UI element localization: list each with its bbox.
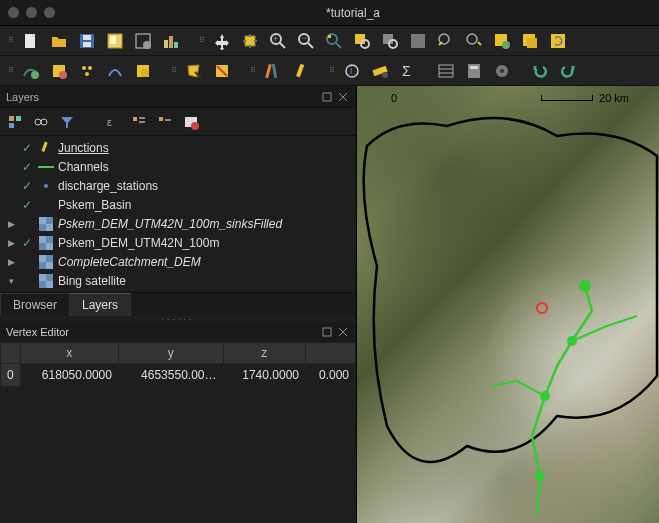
col-y[interactable]: y [118,343,223,364]
statistics-button[interactable]: Σ [396,59,420,83]
layers-panel-header: Layers [0,86,356,108]
check-icon[interactable]: ✓ [20,179,34,193]
close-icon[interactable] [336,90,350,104]
measure-button[interactable] [368,59,392,83]
undo-button[interactable] [528,59,552,83]
map-canvas[interactable]: 0 20 km [357,86,659,523]
tab-browser[interactable]: Browser [0,293,70,316]
select-polygon-button[interactable] [182,59,206,83]
toggle-edit-button[interactable] [289,59,313,83]
toolbar-handle[interactable]: ⠿ [169,66,178,75]
zoom-full-button[interactable] [322,29,346,53]
zoom-layer-button[interactable] [378,29,402,53]
col-m[interactable] [306,343,356,364]
layout-manager-button[interactable] [131,29,155,53]
svg-rect-41 [141,69,149,77]
new-shapefile-button[interactable] [47,59,71,83]
toolbar-handle[interactable]: ⠿ [248,66,257,75]
filter-legend-button[interactable] [58,113,76,131]
open-project-button[interactable] [47,29,71,53]
row-index[interactable]: 0 [1,364,21,387]
new-spatialite-button[interactable] [103,59,127,83]
svg-rect-21 [328,35,331,38]
zoom-in-button[interactable]: + [266,29,290,53]
layer-node[interactable]: ✓ discharge_stations [0,176,356,195]
cell-y[interactable]: 4653550.00… [118,364,223,387]
zoom-last-button[interactable] [434,29,458,53]
svg-point-38 [88,66,92,70]
window-controls[interactable] [8,7,55,18]
check-icon[interactable]: ✓ [20,236,34,250]
layer-node[interactable]: ✓ Pskem_Basin [0,195,356,214]
new-geopackage-button[interactable] [75,59,99,83]
toolbar-handle[interactable]: ⠿ [197,36,206,45]
style-manager-button[interactable] [159,29,183,53]
col-x[interactable]: x [20,343,118,364]
toolbar-handle[interactable]: ⠿ [327,66,336,75]
check-icon[interactable]: ✓ [20,141,34,155]
add-vector-button[interactable] [19,59,43,83]
field-calc-button[interactable] [462,59,486,83]
toolbar-handle[interactable]: ⠿ [6,66,15,75]
expand-icon[interactable]: ▶ [6,257,16,267]
expand-all-button[interactable] [130,113,148,131]
cell-x[interactable]: 618050.0000 [20,364,118,387]
pan-to-selection-button[interactable] [238,29,262,53]
svg-point-59 [500,69,504,73]
table-row[interactable]: 0 618050.0000 4653550.00… 1740.0000 0.00… [1,364,356,387]
check-icon[interactable]: ✓ [20,160,34,174]
expression-button[interactable]: ε [104,113,122,131]
vertex-table[interactable]: x y z 0 618050.0000 4653550.00… 1740.000… [0,342,356,523]
svg-rect-72 [133,117,137,121]
processing-button[interactable] [490,59,514,83]
col-z[interactable]: z [223,343,306,364]
layer-tree[interactable]: ✓ Junctions ✓ Channels ✓ discharge_stati… [0,136,356,292]
collapse-all-button[interactable] [156,113,174,131]
refresh-button[interactable] [546,29,570,53]
zoom-out-button[interactable]: − [294,29,318,53]
expand-icon[interactable]: ▾ [6,276,16,286]
layer-node[interactable]: ▶ ✓ Pskem_DEM_UTM42N_100m [0,233,356,252]
edit-pencils-button[interactable] [261,59,285,83]
toolbar-handle[interactable]: ⠿ [6,36,15,45]
new-project-button[interactable] [19,29,43,53]
expand-icon[interactable]: ▶ [6,238,16,248]
zoom-dot[interactable] [44,7,55,18]
raster-symbol-icon [38,236,54,250]
layer-node[interactable]: ✓ Channels [0,157,356,176]
junction-node [567,336,577,346]
corner-cell[interactable] [1,343,21,364]
svg-rect-24 [383,34,393,44]
redo-button[interactable] [556,59,580,83]
filter-button[interactable] [32,113,50,131]
zoom-selection-button[interactable] [350,29,374,53]
new-3d-view-button[interactable] [518,29,542,53]
deselect-button[interactable] [210,59,234,83]
zoom-native-button[interactable] [406,29,430,53]
cell-z[interactable]: 1740.0000 [223,364,306,387]
new-virtual-button[interactable] [131,59,155,83]
cell-m[interactable]: 0.000 [306,364,356,387]
layer-node[interactable]: ▶ Pskem_DEM_UTM42N_100m_sinksFilled [0,214,356,233]
identify-button[interactable]: i [340,59,364,83]
expand-icon[interactable]: ▶ [6,219,16,229]
layer-node[interactable]: ▶ CompleteCatchment_DEM [0,252,356,271]
new-layout-button[interactable] [103,29,127,53]
undock-icon[interactable] [320,325,334,339]
style-button[interactable] [6,113,24,131]
check-icon[interactable]: ✓ [20,198,34,212]
close-dot[interactable] [8,7,19,18]
undock-icon[interactable] [320,90,334,104]
raster-symbol-icon [38,274,54,288]
tab-layers[interactable]: Layers [69,293,131,316]
minimize-dot[interactable] [26,7,37,18]
attributes-button[interactable] [434,59,458,83]
zoom-next-button[interactable] [462,29,486,53]
close-icon[interactable] [336,325,350,339]
new-map-view-button[interactable] [490,29,514,53]
pan-button[interactable] [210,29,234,53]
save-project-button[interactable] [75,29,99,53]
layer-node[interactable]: ▾ Bing satellite [0,271,356,290]
remove-layer-button[interactable] [182,113,200,131]
layer-node[interactable]: ✓ Junctions [0,138,356,157]
